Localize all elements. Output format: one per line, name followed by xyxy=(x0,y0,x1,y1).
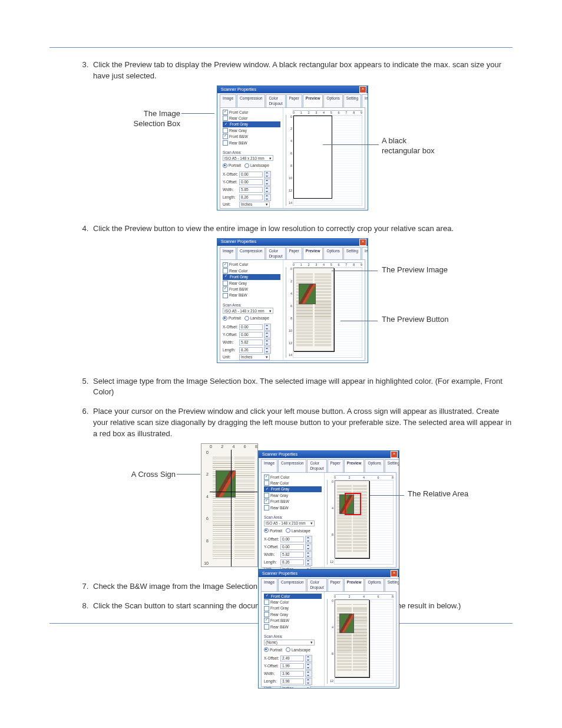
radio-landscape[interactable] xyxy=(244,163,249,168)
x-offset-input[interactable]: 0.00 xyxy=(239,324,263,330)
tab-setting[interactable]: Setting xyxy=(343,94,361,107)
spinner-icon[interactable] xyxy=(305,551,312,558)
scan-area-select[interactable]: ISO A5 - 148 x 210 mm▾ xyxy=(223,308,273,314)
tab-paper[interactable]: Paper xyxy=(286,94,302,107)
spinner-icon[interactable] xyxy=(264,186,271,193)
radio-portrait[interactable] xyxy=(264,528,269,533)
tab-color-dropout[interactable]: Color Dropout xyxy=(307,578,326,591)
y-offset-input[interactable]: 0.00 xyxy=(239,332,263,338)
spinner-icon[interactable] xyxy=(305,670,312,677)
preview-pane[interactable]: 0123456789 02468101214 xyxy=(283,260,365,360)
x-offset-input[interactable]: 0.00 xyxy=(239,172,263,177)
tab-compression[interactable]: Compression xyxy=(237,94,265,107)
scan-area-select[interactable]: ISO A5 - 148 x 210 mm▾ xyxy=(264,521,315,526)
length-input[interactable]: 8.26 xyxy=(239,195,263,200)
spinner-icon[interactable] xyxy=(305,543,312,551)
tab-paper[interactable]: Paper xyxy=(328,459,343,472)
tab-image[interactable]: Image xyxy=(261,578,277,591)
chk-rear-bw[interactable]: Rear B&W xyxy=(223,292,280,298)
spinner-icon[interactable] xyxy=(305,663,312,670)
length-input[interactable]: 8.26 xyxy=(280,559,304,565)
chk-front-gray[interactable]: ✓Front Gray xyxy=(223,121,280,127)
chk-rear-bw[interactable]: Rear B&W xyxy=(264,505,322,510)
chk-front-gray[interactable]: ✓Front Gray xyxy=(264,486,322,492)
y-offset-input[interactable]: 0.00 xyxy=(280,544,304,550)
chk-rear-gray[interactable]: Rear Gray xyxy=(264,493,322,498)
tab-color-dropout[interactable]: Color Dropout xyxy=(266,94,285,107)
chk-rear-color[interactable]: Rear Color xyxy=(264,480,322,486)
unit-select[interactable]: Inches▾ xyxy=(239,202,270,207)
radio-portrait[interactable] xyxy=(223,163,227,168)
chk-front-color[interactable]: ✓Front Color xyxy=(223,262,280,267)
y-offset-input[interactable]: 0.00 xyxy=(239,179,263,185)
tab-compression[interactable]: Compression xyxy=(278,459,306,472)
preview-pane[interactable]: 02468 04812 xyxy=(325,473,396,567)
close-icon[interactable]: × xyxy=(391,570,398,577)
tab-setting[interactable]: Setting xyxy=(385,459,399,472)
tab-color-dropout[interactable]: Color Dropout xyxy=(307,459,326,472)
tab-paper[interactable]: Paper xyxy=(328,578,343,591)
spinner-icon[interactable] xyxy=(264,179,271,186)
tab-preview[interactable]: Preview xyxy=(303,247,323,260)
chk-rear-bw[interactable]: Rear B&W xyxy=(264,624,322,630)
radio-landscape[interactable] xyxy=(286,528,290,533)
tab-options[interactable]: Options xyxy=(323,94,342,107)
radio-portrait[interactable] xyxy=(223,316,227,321)
chk-front-gray[interactable]: ✓Front Gray xyxy=(223,274,280,279)
close-icon[interactable]: × xyxy=(391,451,398,458)
scan-area-select[interactable]: (None)▾ xyxy=(264,640,315,645)
x-offset-input[interactable]: 0.00 xyxy=(280,536,304,542)
scan-area-select[interactable]: ISO A5 - 148 x 210 mm▾ xyxy=(223,155,273,161)
unit-select[interactable]: Inches▾ xyxy=(239,354,270,360)
chk-front-gray[interactable]: Front Gray xyxy=(264,605,322,611)
radio-landscape[interactable] xyxy=(244,316,249,321)
tab-information[interactable]: Information xyxy=(362,94,368,107)
chk-rear-color[interactable]: Rear Color xyxy=(223,268,280,274)
chk-rear-color[interactable]: Rear Color xyxy=(223,116,280,121)
y-offset-input[interactable]: 1.99 xyxy=(280,663,304,669)
close-icon[interactable]: × xyxy=(359,239,366,246)
preview-pane[interactable]: 0123456789 02468101214 xyxy=(283,108,365,208)
chk-front-bw[interactable]: ✓Front B&W xyxy=(223,134,280,139)
x-offset-input[interactable]: 2.49 xyxy=(280,655,304,661)
spinner-icon[interactable] xyxy=(305,678,312,685)
tab-setting[interactable]: Setting xyxy=(343,247,361,260)
chk-front-color[interactable]: ✓Front Color xyxy=(264,475,322,480)
tab-compression[interactable]: Compression xyxy=(278,578,306,591)
tab-image[interactable]: Image xyxy=(261,459,277,472)
spinner-icon[interactable] xyxy=(264,331,271,338)
unit-select[interactable]: Inches▾ xyxy=(280,686,311,689)
tab-information[interactable]: Information xyxy=(362,247,368,260)
length-input[interactable]: 8.26 xyxy=(239,347,263,353)
chk-front-bw[interactable]: ✓Front B&W xyxy=(264,499,322,504)
tab-preview[interactable]: Preview xyxy=(344,459,365,472)
chk-rear-bw[interactable]: Rear B&W xyxy=(223,140,280,146)
chk-rear-color[interactable]: Rear Color xyxy=(264,599,322,605)
chk-rear-gray[interactable]: Rear Gray xyxy=(223,128,280,133)
chk-front-color[interactable]: ✓Front Color xyxy=(264,594,322,599)
chk-rear-gray[interactable]: Rear Gray xyxy=(223,281,280,286)
width-input[interactable]: 5.85 xyxy=(239,187,263,193)
tab-image[interactable]: Image xyxy=(220,247,236,260)
spinner-icon[interactable] xyxy=(305,655,312,662)
chk-front-color[interactable]: ✓Front Color xyxy=(223,110,280,115)
spinner-icon[interactable] xyxy=(305,536,312,543)
spinner-icon[interactable] xyxy=(264,339,271,346)
length-input[interactable]: 3.98 xyxy=(280,678,304,684)
preview-pane[interactable]: 02468 04812 xyxy=(325,592,396,686)
chk-rear-gray[interactable]: Rear Gray xyxy=(264,612,322,617)
width-input[interactable]: 5.82 xyxy=(239,340,263,345)
tab-preview[interactable]: Preview xyxy=(344,578,365,591)
radio-portrait[interactable] xyxy=(264,647,269,652)
spinner-icon[interactable] xyxy=(264,171,271,178)
width-input[interactable]: 5.82 xyxy=(280,552,304,558)
radio-landscape[interactable] xyxy=(286,647,290,652)
width-input[interactable]: 3.96 xyxy=(280,671,304,677)
tab-options[interactable]: Options xyxy=(323,247,342,260)
close-icon[interactable]: × xyxy=(359,86,366,93)
tab-image[interactable]: Image xyxy=(220,94,236,107)
tab-color-dropout[interactable]: Color Dropout xyxy=(266,247,285,260)
tab-setting[interactable]: Setting xyxy=(385,578,399,591)
tab-preview[interactable]: Preview xyxy=(303,94,323,107)
spinner-icon[interactable] xyxy=(264,324,271,331)
